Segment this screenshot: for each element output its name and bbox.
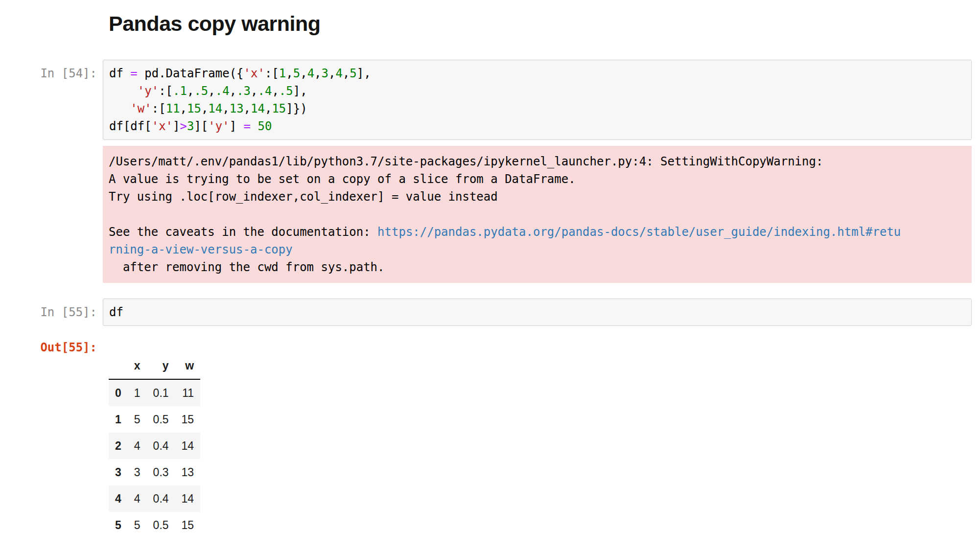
dataframe-value-cell: 3 [128, 459, 147, 485]
code-token-num: 4 [335, 67, 342, 80]
code-token: , [272, 84, 279, 98]
code-token [251, 119, 257, 133]
code-token: ], [293, 84, 307, 98]
code-token: , [201, 102, 208, 115]
code-token: , [328, 67, 335, 80]
code-token-num: 14 [251, 102, 265, 115]
code-cell-55: In [55]: df [0, 299, 980, 326]
code-token: , [251, 84, 257, 98]
dataframe-output: xyw010.111150.515240.414330.313440.41455… [103, 352, 972, 538]
output-cell-55: Out[55]: xyw010.111150.515240.414330.313… [0, 338, 980, 538]
code-line: df[df['x']>3]['y'] = 50 [109, 117, 965, 135]
dataframe-value-cell: 1 [128, 379, 147, 406]
dataframe-row: 550.515 [109, 512, 200, 538]
code-token: pd.DataFrame({ [138, 67, 244, 80]
warning-doc-link[interactable]: rning-a-view-versus-a-copy [109, 243, 293, 256]
dataframe-value-cell: 15 [175, 406, 201, 433]
warning-doc-link[interactable]: https://pandas.pydata.org/pandas-docs/st… [377, 225, 901, 239]
dataframe-value-cell: 15 [175, 512, 201, 538]
code-token: after removing the cwd from sys.path. [109, 260, 385, 274]
dataframe-value-cell: 5 [128, 512, 147, 538]
cell-main-54: df = pd.DataFrame({'x':[1,5,4,3,4,5], 'y… [103, 60, 972, 283]
code-editor-55[interactable]: df [103, 299, 972, 326]
dataframe-value-cell: 0.1 [147, 379, 175, 406]
code-token: df [109, 305, 123, 319]
dataframe-value-cell: 0.5 [147, 512, 175, 538]
code-token-num: .5 [194, 84, 208, 98]
code-token: :[ [152, 102, 166, 115]
code-token-num: 3 [322, 67, 328, 80]
warning-line: Try using .loc[row_indexer,col_indexer] … [109, 188, 966, 206]
code-token: ][ [194, 119, 208, 133]
code-line: df [109, 303, 965, 321]
code-token: , [208, 84, 215, 98]
code-token-num: 11 [166, 102, 180, 115]
code-token-str: 'w' [130, 102, 151, 115]
code-token: , [187, 84, 194, 98]
code-token-op: > [180, 119, 187, 133]
input-prompt-54: In [54]: [0, 60, 103, 82]
code-token-num: 50 [258, 119, 272, 133]
code-token: df[df[ [109, 119, 152, 133]
dataframe-index-cell: 2 [109, 433, 128, 459]
dataframe-corner-cell [109, 352, 128, 379]
dataframe-column-header: x [128, 352, 147, 379]
code-token: , [314, 67, 321, 80]
code-token: , [244, 102, 251, 115]
dataframe-value-cell: 11 [175, 379, 201, 406]
code-token: ], [357, 67, 371, 80]
code-token: , [343, 67, 350, 80]
code-token-num: .4 [258, 84, 272, 98]
dataframe-value-cell: 0.4 [147, 485, 175, 512]
warning-line [109, 206, 966, 223]
warning-line: /Users/matt/.env/pandas1/lib/python3.7/s… [109, 153, 966, 170]
code-token [109, 84, 138, 98]
dataframe-index-cell: 0 [109, 379, 128, 406]
warning-line: A value is trying to be set on a copy of… [109, 170, 966, 188]
code-token: A value is trying to be set on a copy of… [109, 172, 576, 186]
code-token: df [109, 67, 130, 80]
dataframe-column-header: y [147, 352, 175, 379]
code-token: Try using .loc[row_indexer,col_indexer] … [109, 190, 498, 204]
code-token-num: 5 [293, 67, 300, 80]
dataframe-index-cell: 4 [109, 485, 128, 512]
code-token-num: .5 [279, 84, 293, 98]
code-token: See the caveats in the documentation: [109, 225, 377, 239]
dataframe-index-cell: 3 [109, 459, 128, 485]
code-cell-54: In [54]: df = pd.DataFrame({'x':[1,5,4,3… [0, 60, 980, 283]
dataframe-value-cell: 0.5 [147, 406, 175, 433]
code-token-num: 15 [272, 102, 286, 115]
code-token-num: 15 [187, 102, 201, 115]
cell-main-55: df [103, 299, 972, 326]
code-token: ]}) [286, 102, 307, 115]
code-token-num: 1 [279, 67, 286, 80]
code-line: df = pd.DataFrame({'x':[1,5,4,3,4,5], [109, 65, 965, 82]
code-line: 'w':[11,15,14,13,14,15]}) [109, 100, 965, 117]
code-editor-54[interactable]: df = pd.DataFrame({'x':[1,5,4,3,4,5], 'y… [103, 60, 972, 140]
dataframe-table: xyw010.111150.515240.414330.313440.41455… [109, 352, 200, 538]
dataframe-row: 440.414 [109, 485, 200, 512]
dataframe-index-cell: 5 [109, 512, 128, 538]
notebook-page: Pandas copy warning In [54]: df = pd.Dat… [0, 0, 980, 538]
code-token-op: = [244, 119, 251, 133]
code-token-num: .4 [215, 84, 230, 98]
warning-line: after removing the cwd from sys.path. [109, 258, 966, 276]
dataframe-row: 010.111 [109, 379, 200, 406]
code-token: ] [230, 119, 244, 133]
dataframe-value-cell: 0.4 [147, 433, 175, 459]
code-token-num: .1 [173, 84, 187, 98]
code-token: :[ [265, 67, 279, 80]
code-line: 'y':[.1,.5,.4,.3,.4,.5], [109, 82, 965, 100]
code-token: , [222, 102, 229, 115]
code-token: ] [173, 119, 180, 133]
code-token-num: 14 [208, 102, 222, 115]
code-token-str: 'y' [138, 84, 159, 98]
code-token: , [230, 84, 236, 98]
code-token-str: 'x' [152, 119, 173, 133]
dataframe-index-cell: 1 [109, 406, 128, 433]
code-token-str: 'y' [208, 119, 229, 133]
code-54: df = pd.DataFrame({'x':[1,5,4,3,4,5], 'y… [109, 65, 965, 135]
dataframe-value-cell: 14 [175, 433, 201, 459]
code-token: , [286, 67, 293, 80]
code-token: , [300, 67, 307, 80]
